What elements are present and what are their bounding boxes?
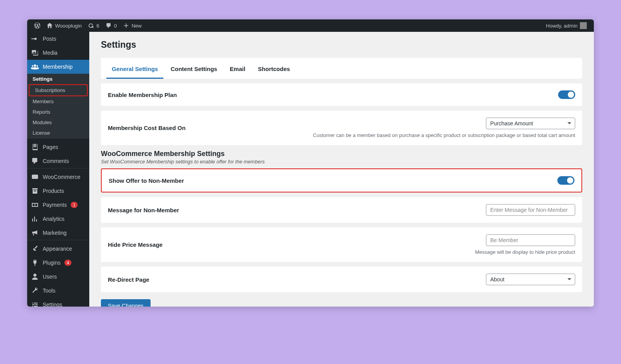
settings-icon [31,301,39,307]
admin-bar: Woooplugin 6 0 New Howdy, admin [27,19,594,32]
payments-badge: 1 [71,202,78,208]
sidebar-item-posts[interactable]: Posts [27,32,89,46]
refresh-button[interactable]: 6 [85,23,102,29]
groups-icon [31,63,39,71]
plug-icon [31,259,39,267]
redirect-label: Re-Direct Page [108,276,149,283]
sidebar-item-settings[interactable]: Settings [27,298,89,307]
new-button[interactable]: New [120,23,145,29]
sidebar-item-membership[interactable]: Membership [27,60,89,74]
sidebar-item-payments[interactable]: Payments1 [27,198,89,212]
sidebar-label: Membership [43,64,73,70]
plus-icon [123,23,129,29]
show-offer-toggle[interactable] [557,176,574,185]
money-icon [31,201,39,209]
sub-item-license[interactable]: License [27,128,89,138]
sub-item-modules[interactable]: Modules [27,117,89,128]
home-icon [47,23,53,29]
sidebar-label: Posts [43,36,56,42]
enable-plan-toggle[interactable] [558,90,575,99]
cost-based-help: Customer can be a member based on purcha… [313,132,575,138]
sidebar-item-marketing[interactable]: Marketing [27,226,89,240]
redirect-select[interactable]: About [486,274,575,285]
sidebar-label: Pages [43,144,58,150]
sidebar-label: WooCommerce [43,174,80,180]
comments-button[interactable]: 0 [102,23,120,29]
sidebar-item-comments[interactable]: Comments [27,154,89,168]
sidebar-label: Appearance [43,246,72,252]
wc-section-sub: Set WooCommerce Membership settings to e… [101,159,582,165]
refresh-count: 6 [96,23,99,29]
archive-icon [31,187,39,195]
site-name-button[interactable]: Woooplugin [43,23,85,29]
row-cost-based: Membership Cost Based On Purchase Amount… [101,111,582,145]
row-enable-plan: Enable Membership Plan [101,83,582,106]
comment-icon [106,23,112,29]
page-title: Settings [101,40,582,50]
wrench-icon [31,287,39,295]
sub-item-reports[interactable]: Reports [27,107,89,117]
pin-icon [31,35,39,43]
page-icon [31,143,39,151]
sidebar-item-plugins[interactable]: Plugins4 [27,256,89,270]
app-window: Woooplugin 6 0 New Howdy, admin Posts Me… [27,19,594,307]
sidebar-item-media[interactable]: Media [27,46,89,60]
tab-content[interactable]: Content Settings [165,63,223,78]
sidebar-label: Analytics [43,216,64,222]
cost-based-select[interactable]: Purchase Amount [486,118,575,129]
sidebar-item-analytics[interactable]: Analytics [27,212,89,226]
row-hide-price: Hide Price Message Message will be displ… [101,227,582,262]
sidebar-label: Settings [43,302,62,307]
sidebar-label: Tools [43,288,56,294]
show-offer-label: Show Offer to Non-Member [109,177,184,184]
sidebar-label: Products [43,188,64,194]
sidebar-item-pages[interactable]: Pages [27,140,89,154]
sidebar-label: Users [43,274,57,280]
sub-item-subscriptions[interactable]: Subscriptions [29,85,87,95]
row-show-offer: Show Offer to Non-Member [101,168,582,192]
hide-price-input[interactable] [486,234,575,246]
howdy-button[interactable]: Howdy, admin [543,22,590,29]
wc-section-title: WooCommerce Membership Settings [101,150,582,158]
avatar [580,22,587,29]
brush-icon [31,245,39,253]
cost-based-label: Membership Cost Based On [108,125,186,131]
sub-item-members[interactable]: Members [27,96,89,107]
woo-icon [31,173,39,181]
sidebar-item-products[interactable]: Products [27,184,89,198]
sub-item-settings[interactable]: Settings [27,74,89,84]
row-msg-non-member: Message for Non-Member [101,197,582,223]
svg-rect-0 [32,175,38,179]
sidebar-item-tools[interactable]: Tools [27,284,89,298]
sidebar-label: Plugins [43,260,61,266]
content-area: Settings General Settings Content Settin… [89,32,594,307]
msg-non-member-input[interactable] [486,204,575,216]
sidebar-item-users[interactable]: Users [27,270,89,284]
sidebar: Posts Media Membership Settings Subscrip… [27,32,89,307]
hide-price-label: Hide Price Message [108,241,163,248]
tabs: General Settings Content Settings Email … [101,58,582,79]
chart-icon [31,215,39,223]
user-icon [31,273,39,281]
wordpress-icon [34,23,40,29]
plugins-badge: 4 [64,260,71,266]
megaphone-icon [31,229,39,237]
sidebar-item-woocommerce[interactable]: WooCommerce [27,170,89,184]
site-name-label: Woooplugin [55,23,82,29]
enable-plan-label: Enable Membership Plan [108,92,177,98]
sidebar-label: Marketing [43,230,66,236]
sidebar-label: Comments [43,158,69,164]
hide-price-help: Message will be display to hide price pr… [475,249,575,255]
wp-logo-button[interactable] [31,23,43,29]
sidebar-label: Payments [43,202,67,208]
media-icon [31,49,39,57]
comment-icon [31,157,39,165]
tab-email[interactable]: Email [224,63,251,78]
row-redirect: Re-Direct Page About [101,267,582,292]
tab-general[interactable]: General Settings [106,63,163,79]
new-label: New [132,23,142,29]
save-button[interactable]: Save Changes [101,299,151,307]
sidebar-submenu: Settings Subscriptions Members Reports M… [27,74,89,138]
tab-shortcodes[interactable]: Shortcodes [253,63,296,78]
sidebar-item-appearance[interactable]: Appearance [27,242,89,256]
